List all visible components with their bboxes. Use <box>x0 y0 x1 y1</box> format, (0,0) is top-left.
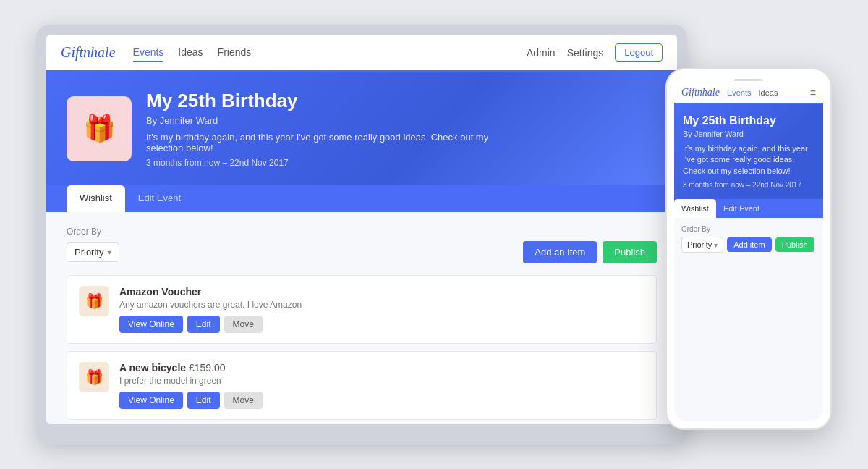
mobile-hero-by: By Jennifer Ward <box>683 130 814 138</box>
tabs-bar: Wishlist Edit Event <box>46 185 677 212</box>
desktop-nav-links: Events Ideas Friends <box>133 43 527 62</box>
priority-dropdown[interactable]: Priority ▾ <box>67 242 119 262</box>
mobile-publish-button[interactable]: Publish <box>775 237 814 252</box>
mobile-logo: Giftnhale <box>681 87 720 98</box>
add-item-button[interactable]: Add an Item <box>523 241 597 263</box>
move-button[interactable]: Move <box>224 392 263 409</box>
mobile-speaker <box>734 79 763 81</box>
mobile-frame: Giftnhale Events Ideas ≡ My 25th Birthda… <box>665 68 832 430</box>
nav-link-ideas[interactable]: Ideas <box>178 43 203 62</box>
controls-row: Priority ▾ Add an Item Publish <box>67 241 657 263</box>
item-name: A new bicycle £159.00 <box>119 362 644 373</box>
edit-button[interactable]: Edit <box>187 316 220 333</box>
mobile-nav-ideas[interactable]: Ideas <box>759 88 778 97</box>
mobile-tabs: Wishlist Edit Event <box>674 199 823 218</box>
mobile-hero-date: 3 months from now – 22nd Nov 2017 <box>683 181 814 189</box>
item-icon: 🎁 <box>79 286 109 316</box>
mobile-content: Order By Priority ▾ Add item Publish <box>674 218 823 421</box>
tab-wishlist[interactable]: Wishlist <box>67 185 125 212</box>
mobile-controls-row: Priority ▾ Add item Publish <box>681 237 816 253</box>
nav-link-events[interactable]: Events <box>133 43 164 62</box>
nav-admin-link[interactable]: Admin <box>527 47 556 59</box>
item-actions: View Online Edit Move <box>119 316 644 333</box>
desktop-nav: Giftnhale Events Ideas Friends Admin Set… <box>46 35 677 72</box>
mobile-tab-wishlist[interactable]: Wishlist <box>674 199 716 218</box>
desktop-screen: Giftnhale Events Ideas Friends Admin Set… <box>46 35 677 424</box>
mobile-nav-events[interactable]: Events <box>727 88 752 97</box>
mobile-order-by-label: Order By <box>681 225 816 233</box>
priority-label: Priority <box>75 247 103 258</box>
content-area: Order By Priority ▾ Add an Item Publish … <box>46 212 677 424</box>
item-actions: View Online Edit Move <box>119 392 644 409</box>
hero-title: My 25th Birthday <box>146 90 508 112</box>
wishlist-item: 🎁 Amazon Voucher Any amazon vouchers are… <box>67 275 657 344</box>
mobile-tab-edit-event[interactable]: Edit Event <box>716 199 767 218</box>
item-content: A new bicycle £159.00 I prefer the model… <box>119 362 644 409</box>
publish-button[interactable]: Publish <box>603 241 657 263</box>
mobile-chevron-down-icon: ▾ <box>714 241 718 249</box>
view-online-button[interactable]: View Online <box>119 316 183 333</box>
item-description: Any amazon vouchers are great. I love Am… <box>119 300 644 310</box>
item-price: £159.00 <box>189 362 226 373</box>
item-description: I prefer the model in green <box>119 376 644 386</box>
mobile-nav: Giftnhale Events Ideas ≡ <box>674 83 823 104</box>
hero-date: 3 months from now – 22nd Nov 2017 <box>146 158 508 168</box>
mobile-add-item-button[interactable]: Add item <box>727 237 771 252</box>
logout-button[interactable]: Logout <box>615 43 663 62</box>
mobile-priority-label: Priority <box>687 240 712 249</box>
mobile-notch <box>674 77 823 83</box>
nav-link-friends[interactable]: Friends <box>218 43 252 62</box>
tab-edit-event[interactable]: Edit Event <box>125 185 194 212</box>
move-button[interactable]: Move <box>224 316 263 333</box>
order-by-label: Order By <box>67 227 657 237</box>
desktop-frame: Giftnhale Events Ideas Friends Admin Set… <box>36 25 687 444</box>
mobile-nav-links: Events Ideas <box>727 88 803 97</box>
hero-content: My 25th Birthday By Jennifer Ward It's m… <box>146 90 508 168</box>
hero-image: 🎁 <box>67 96 132 161</box>
scene: Giftnhale Events Ideas Friends Admin Set… <box>36 25 832 444</box>
hero-by: By Jennifer Ward <box>146 115 508 126</box>
view-online-button[interactable]: View Online <box>119 392 183 409</box>
hero-description: It's my birthday again, and this year I'… <box>146 132 508 153</box>
hamburger-icon[interactable]: ≡ <box>810 87 816 98</box>
action-buttons: Add an Item Publish <box>523 241 657 263</box>
gift-icon: 🎁 <box>83 114 116 144</box>
item-icon: 🎁 <box>79 362 109 392</box>
mobile-screen: Giftnhale Events Ideas ≡ My 25th Birthda… <box>674 77 823 421</box>
nav-settings-link[interactable]: Settings <box>567 47 604 59</box>
chevron-down-icon: ▾ <box>108 248 111 256</box>
nav-right: Admin Settings Logout <box>527 43 663 62</box>
mobile-priority-dropdown[interactable]: Priority ▾ <box>681 237 723 253</box>
desktop-logo: Giftnhale <box>61 44 116 61</box>
item-name: Amazon Voucher <box>119 286 644 297</box>
hero-section: 🎁 My 25th Birthday By Jennifer Ward It's… <box>46 72 677 185</box>
mobile-hero-title: My 25th Birthday <box>683 114 814 127</box>
mobile-hero: My 25th Birthday By Jennifer Ward It's m… <box>674 104 823 199</box>
edit-button[interactable]: Edit <box>187 392 220 409</box>
item-content: Amazon Voucher Any amazon vouchers are g… <box>119 286 644 333</box>
wishlist-item: 🎁 A new bicycle £159.00 I prefer the mod… <box>67 351 657 420</box>
mobile-hero-description: It's my birthday again, and this year I'… <box>683 143 814 177</box>
